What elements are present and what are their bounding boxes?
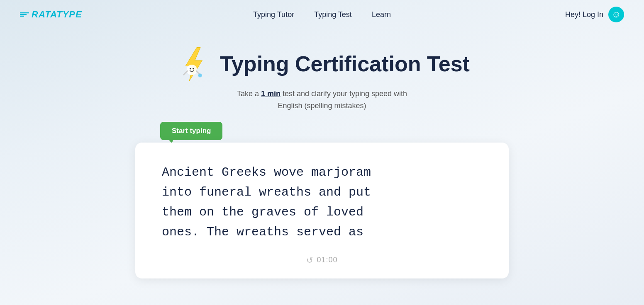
- main-content: Typing Certification Test Take a 1 min t…: [0, 29, 644, 278]
- logo[interactable]: RATATYPE: [20, 9, 82, 20]
- avatar-icon[interactable]: [608, 7, 624, 22]
- svg-point-9: [193, 68, 194, 70]
- typing-text: Ancient Greeks wove marjoram into funera…: [162, 162, 482, 242]
- start-typing-button[interactable]: Start typing: [160, 122, 222, 140]
- lightning-mascot: [174, 46, 212, 83]
- logo-icon: [20, 11, 29, 18]
- subtitle-part1: Take a: [237, 90, 261, 98]
- hero-section: Typing Certification Test Take a 1 min t…: [135, 46, 509, 139]
- subtitle-line2: English (spelling mistakes): [278, 102, 366, 110]
- svg-line-5: [184, 71, 188, 75]
- language-link[interactable]: English (spelling mistakes): [278, 102, 366, 110]
- subtitle-min[interactable]: 1 min: [261, 90, 281, 98]
- svg-point-4: [187, 65, 197, 75]
- login-button[interactable]: Hey! Log In: [565, 10, 603, 19]
- subtitle-part2: test and clarify your typing speed with: [281, 90, 407, 98]
- svg-point-8: [190, 68, 191, 70]
- timer-icon: ↺: [306, 255, 313, 265]
- page-title: Typing Certification Test: [220, 52, 470, 76]
- nav-right: Hey! Log In: [565, 7, 624, 22]
- navbar: RATATYPE Typing Tutor Typing Test Learn …: [0, 0, 644, 29]
- svg-point-7: [198, 74, 202, 77]
- title-row: Typing Certification Test: [174, 46, 470, 83]
- timer-value: 01:00: [317, 256, 337, 264]
- nav-typing-test[interactable]: Typing Test: [314, 10, 352, 19]
- timer-row: ↺ 01:00: [162, 255, 482, 265]
- subtitle: Take a 1 min test and clarify your typin…: [237, 88, 407, 100]
- typing-box[interactable]: Ancient Greeks wove marjoram into funera…: [135, 143, 509, 278]
- nav-typing-tutor[interactable]: Typing Tutor: [253, 10, 294, 19]
- nav-links: Typing Tutor Typing Test Learn: [253, 10, 391, 19]
- nav-learn[interactable]: Learn: [372, 10, 391, 19]
- logo-text: RATATYPE: [32, 9, 82, 20]
